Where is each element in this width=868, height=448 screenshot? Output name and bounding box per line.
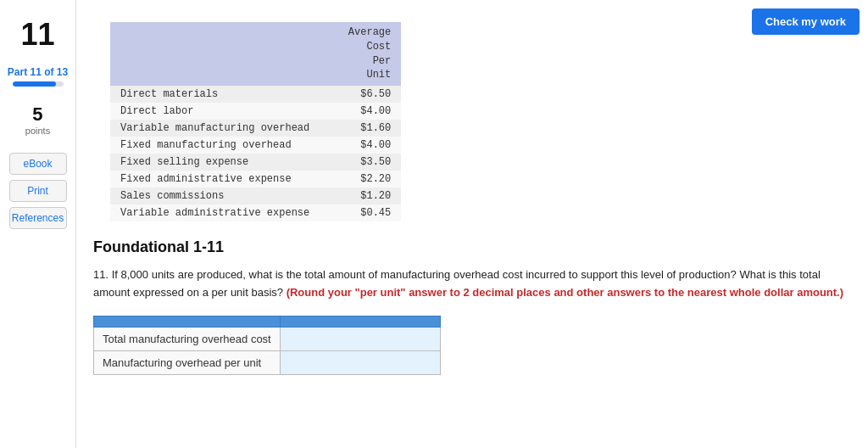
row-label: Direct materials: [110, 86, 316, 103]
row-value: $1.60: [316, 120, 401, 137]
table-label-header: [110, 22, 316, 86]
answer-row: Total manufacturing overhead cost: [94, 327, 441, 350]
sidebar: 11 Part 11 of 13 5 points eBook Print Re…: [0, 0, 76, 448]
points-section: 5 points: [25, 104, 50, 136]
answer-row: Manufacturing overhead per unit: [94, 350, 441, 374]
answer-row-label: Total manufacturing overhead cost: [94, 327, 281, 350]
row-label: Direct labor: [110, 103, 316, 120]
row-value: $4.00: [316, 137, 401, 154]
table-row: Sales commissions $1.20: [110, 188, 401, 204]
main-content: Check my work AverageCostPerUnit Direct …: [76, 0, 868, 448]
table-row: Variable administrative expense $0.45: [110, 204, 401, 221]
question-highlight: (Round your "per unit" answer to 2 decim…: [287, 286, 843, 299]
row-label: Sales commissions: [110, 188, 316, 204]
points-label: points: [25, 126, 50, 136]
ebook-button[interactable]: eBook: [9, 153, 67, 175]
row-value: $2.20: [316, 171, 401, 188]
row-value: $0.45: [316, 204, 401, 221]
table-row: Variable manufacturing overhead $1.60: [110, 120, 401, 137]
cost-data-table: AverageCostPerUnit Direct materials $6.5…: [110, 22, 401, 221]
answer-col-label: [94, 316, 281, 327]
question-number: 11: [20, 17, 54, 53]
answer-input[interactable]: [289, 333, 431, 345]
answer-input-cell[interactable]: [281, 350, 441, 374]
question-text: 11. If 8,000 units are produced, what is…: [93, 266, 851, 302]
check-my-work-button[interactable]: Check my work: [752, 8, 860, 35]
answer-col-value: [281, 316, 441, 327]
row-label: Fixed manufacturing overhead: [110, 137, 316, 154]
references-button[interactable]: References: [9, 207, 67, 229]
table-row: Fixed selling expense $3.50: [110, 154, 401, 171]
answer-input[interactable]: [289, 356, 431, 369]
progress-bar: [13, 81, 64, 87]
table-row: Fixed manufacturing overhead $4.00: [110, 137, 401, 154]
row-label: Variable administrative expense: [110, 204, 316, 221]
table-row: Fixed administrative expense $2.20: [110, 171, 401, 188]
section-title: Foundational 1-11: [93, 238, 851, 256]
row-label: Fixed selling expense: [110, 154, 316, 171]
progress-bar-fill: [13, 81, 56, 87]
row-label: Variable manufacturing overhead: [110, 120, 316, 137]
answer-input-cell[interactable]: [281, 327, 441, 350]
answer-row-label: Manufacturing overhead per unit: [94, 350, 281, 374]
part-label: Part 11 of 13: [8, 66, 68, 78]
table-value-header: AverageCostPerUnit: [316, 22, 401, 86]
row-value: $3.50: [316, 154, 401, 171]
points-number: 5: [25, 104, 50, 126]
data-table-wrapper: AverageCostPerUnit Direct materials $6.5…: [93, 22, 851, 221]
table-row: Direct materials $6.50: [110, 86, 401, 103]
row-label: Fixed administrative expense: [110, 171, 316, 188]
answer-table: Total manufacturing overhead cost Manufa…: [93, 316, 441, 375]
row-value: $4.00: [316, 103, 401, 120]
print-button[interactable]: Print: [9, 180, 67, 202]
row-value: $1.20: [316, 188, 401, 204]
row-value: $6.50: [316, 86, 401, 103]
table-row: Direct labor $4.00: [110, 103, 401, 120]
